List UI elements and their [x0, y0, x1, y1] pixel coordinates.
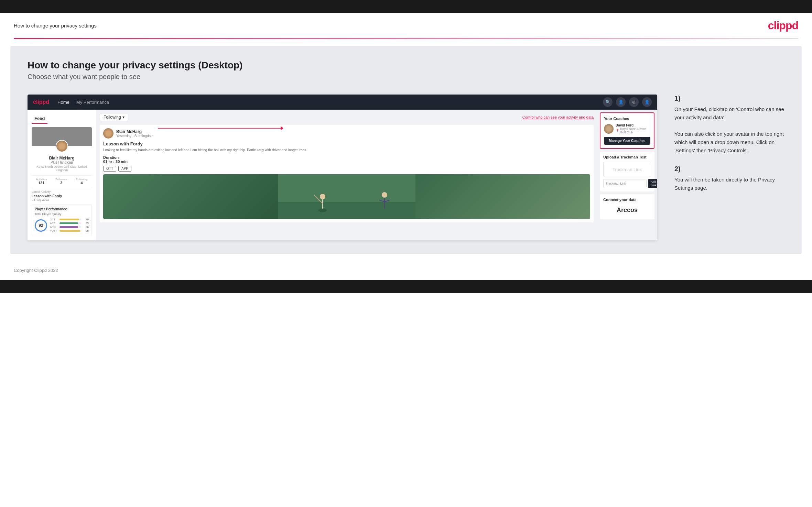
feed-main: Following ▾ Control who can see your act…	[96, 110, 597, 240]
header-divider	[14, 38, 798, 39]
compass-icon[interactable]: ⊕	[629, 97, 639, 107]
person-icon[interactable]: 👤	[616, 97, 626, 107]
main-heading: How to change your privacy settings (Des…	[28, 60, 784, 71]
bar-value: 86	[83, 225, 89, 229]
post-description: Looking to feel like my hands are exitin…	[103, 148, 590, 153]
profile-stats: Activities 131 Followers 3 Following 4	[32, 175, 92, 187]
score-circle: 92	[35, 219, 47, 232]
pp-quality: Total Player Quality	[35, 212, 89, 216]
score-bars: OTT90APP85ARG86PUTT96	[50, 218, 89, 233]
right-panel: Your Coaches David Ford 📍 Royal North De…	[597, 110, 657, 240]
app-logo: clippd	[33, 99, 49, 105]
post-date: Yesterday · Sunningdale	[116, 134, 153, 138]
stat-followers-label: Followers	[55, 178, 67, 181]
app-body: Feed Blair McHarg Plus Handicap Royal No…	[28, 110, 657, 240]
coach-item: David Ford 📍 Royal North Devon Golf Club	[604, 123, 650, 134]
profile-avatar-img	[56, 141, 67, 152]
latest-activity: Latest Activity Lesson with Fordy 03 Aug…	[32, 190, 92, 201]
coach-info: David Ford 📍 Royal North Devon Golf Club	[616, 123, 650, 134]
profile-club: Royal North Devon Golf Club, United King…	[32, 165, 92, 172]
score-bar-row: ARG86	[50, 225, 89, 229]
post-meta: Blair McHarg Yesterday · Sunningdale	[116, 129, 153, 138]
trackman-title: Upload a Trackman Test	[603, 155, 651, 159]
trackman-input-row: Add Link	[603, 179, 651, 188]
bar-fill	[59, 226, 78, 228]
tag-app: APP	[118, 166, 131, 172]
trackman-add-button[interactable]: Add Link	[648, 179, 657, 188]
manage-coaches-button[interactable]: Manage Your Coaches	[604, 137, 650, 145]
step-2-number: 2)	[674, 165, 784, 173]
post-duration: Duration 01 hr : 30 min	[103, 155, 590, 164]
pp-title: Player Performance	[35, 207, 89, 211]
coach-name: David Ford	[616, 123, 650, 127]
stat-following-value: 4	[76, 181, 88, 185]
top-bar	[0, 0, 812, 13]
step-2-text: You will then be taken directly to the P…	[674, 176, 784, 192]
svg-point-7	[382, 192, 387, 198]
score-bar-row: PUTT96	[50, 229, 89, 232]
profile-avatar	[56, 140, 68, 152]
post-header: Blair McHarg Yesterday · Sunningdale	[103, 128, 590, 139]
bar-value: 96	[83, 229, 89, 232]
app-navbar: clippd Home My Performance 🔍 👤 ⊕ 👤	[28, 95, 657, 110]
arccos-logo: Arccos	[603, 205, 651, 216]
coaches-title: Your Coaches	[604, 117, 650, 121]
coaches-card: Your Coaches David Ford 📍 Royal North De…	[600, 112, 654, 149]
duration-label: Duration	[103, 155, 119, 159]
content-row: clippd Home My Performance 🔍 👤 ⊕ 👤	[28, 95, 784, 240]
stat-followers-value: 3	[55, 181, 67, 185]
app-nav-links: Home My Performance	[57, 100, 603, 105]
trackman-link-text: Trackman Link	[613, 167, 642, 172]
bar-label: PUTT	[50, 229, 58, 232]
instruction-step-1: 1) On your Feed, click/tap on 'Control w…	[674, 95, 784, 155]
profile-handicap: Plus Handicap	[32, 161, 92, 164]
bar-track	[59, 219, 81, 220]
step-1-number: 1)	[674, 95, 784, 102]
chevron-down-icon: ▾	[122, 115, 124, 120]
clippd-logo: clippd	[768, 19, 798, 32]
post-avatar	[103, 128, 113, 139]
footer: Copyright Clippd 2022	[0, 261, 812, 280]
location-icon: 📍	[616, 129, 619, 132]
following-header: Following ▾ Control who can see your act…	[100, 113, 594, 121]
search-icon[interactable]: 🔍	[603, 97, 613, 107]
app-sidebar: Feed Blair McHarg Plus Handicap Royal No…	[28, 110, 96, 240]
nav-link-home[interactable]: Home	[57, 100, 69, 105]
coach-club: 📍 Royal North Devon Golf Club	[616, 127, 650, 134]
bar-value: 85	[83, 222, 89, 225]
bar-track	[59, 230, 81, 232]
duration-value: 01 hr : 30 min	[103, 159, 128, 164]
step-1-text: On your Feed, click/tap on 'Control who …	[674, 105, 784, 155]
stat-activities-value: 131	[36, 181, 47, 185]
svg-point-4	[320, 194, 325, 199]
stat-followers: Followers 3	[55, 178, 67, 185]
bar-track	[59, 226, 81, 228]
app-screenshot: clippd Home My Performance 🔍 👤 ⊕ 👤	[28, 95, 657, 240]
tag-ott: OTT	[103, 166, 116, 172]
main-subheading: Choose what you want people to see	[28, 73, 784, 81]
bar-label: ARG	[50, 225, 58, 229]
score-bar-row: OTT90	[50, 218, 89, 221]
coach-avatar	[604, 124, 614, 134]
app-nav-icons: 🔍 👤 ⊕ 👤	[603, 97, 652, 107]
bar-value: 90	[83, 218, 89, 221]
avatar-icon[interactable]: 👤	[642, 97, 652, 107]
nav-link-performance[interactable]: My Performance	[76, 100, 109, 105]
page-title: How to change your privacy settings	[14, 23, 97, 29]
feed-post: Blair McHarg Yesterday · Sunningdale Les…	[100, 125, 594, 222]
post-author: Blair McHarg	[116, 129, 153, 134]
trackman-input[interactable]	[603, 179, 647, 188]
feed-tab[interactable]: Feed	[32, 114, 47, 124]
main-content: How to change your privacy settings (Des…	[10, 46, 802, 254]
score-bar-row: APP85	[50, 222, 89, 225]
stat-following: Following 4	[76, 178, 88, 185]
instructions-panel: 1) On your Feed, click/tap on 'Control w…	[674, 95, 784, 202]
profile-cover	[32, 127, 92, 146]
bottom-bar	[0, 280, 812, 293]
bar-label: OTT	[50, 218, 58, 221]
privacy-link[interactable]: Control who can see your activity and da…	[522, 115, 594, 119]
following-button[interactable]: Following ▾	[100, 113, 128, 121]
instruction-step-2: 2) You will then be taken directly to th…	[674, 165, 784, 192]
profile-name: Blair McHarg	[32, 156, 92, 161]
latest-activity-label: Latest Activity	[32, 190, 92, 194]
